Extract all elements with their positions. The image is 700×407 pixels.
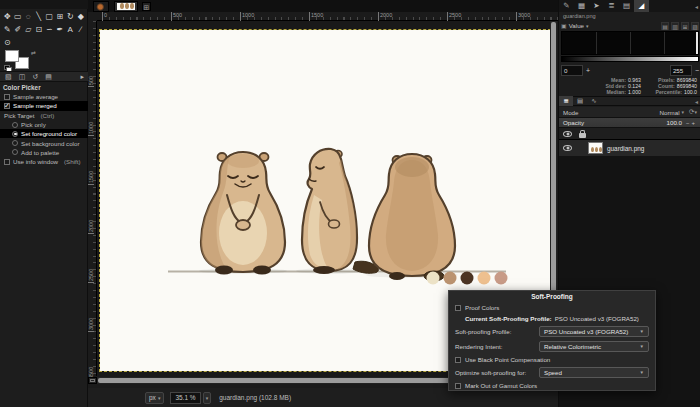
plus-icon[interactable]: +	[586, 67, 590, 74]
histogram-log-icon[interactable]: ▥	[671, 22, 679, 30]
gamut-checkbox[interactable]	[455, 383, 461, 389]
channel-select[interactable]: Value	[569, 22, 584, 29]
brushes-tab[interactable]: ✎	[559, 0, 574, 12]
prairie-dog-side	[302, 149, 378, 274]
move-tool[interactable]: ✥	[2, 10, 13, 23]
quick-mask-toggle[interactable]	[88, 377, 97, 384]
rectangle-select-tool[interactable]: ▭	[13, 10, 24, 23]
proof-colors-checkbox[interactable]	[455, 305, 461, 311]
option-label: Sample average	[13, 93, 58, 100]
radio-icon	[12, 131, 18, 137]
undo-history-tab[interactable]: ↺	[32, 73, 38, 81]
histogram-stat: Percentile:100.0	[649, 89, 697, 95]
clone-tool[interactable]: ⊡	[34, 23, 45, 36]
minus-icon[interactable]: −	[695, 67, 699, 74]
unit-dropdown[interactable]: px	[145, 392, 164, 404]
layers-tab[interactable]: ≣	[559, 96, 573, 106]
tab-list-icon[interactable]: ⊞	[142, 2, 151, 11]
tool-option-use-info-window[interactable]: Use info window(Shift)	[0, 157, 88, 166]
transform-tool[interactable]: ⊞	[55, 10, 66, 23]
zoom-dropdown[interactable]	[203, 392, 212, 404]
bucket-fill-tool[interactable]: ◆	[76, 10, 87, 23]
layer-opacity-slider[interactable]: Opacity 100.0 −+	[559, 118, 700, 128]
horizontal-ruler[interactable]: 050010001500200025003000	[97, 12, 558, 21]
patterns-tab[interactable]: ▦	[574, 0, 589, 12]
channels-tab[interactable]: ▤	[573, 96, 587, 106]
black-point-checkbox[interactable]	[455, 357, 461, 363]
rendering-intent-dropdown[interactable]: Relative Colorimetric	[539, 341, 649, 352]
paintbrush-tool[interactable]: ✐	[13, 23, 24, 36]
histogram-linear-icon[interactable]: ▤	[661, 22, 669, 30]
measure-tool[interactable]: ╲	[34, 10, 45, 23]
ruler-label: 2000	[378, 12, 392, 21]
histogram-options: ▤▥⊞▨	[661, 22, 699, 30]
histogram-low-input[interactable]: 0	[561, 65, 583, 76]
ruler-label: 3000	[88, 318, 94, 332]
crop-tool[interactable]: ▢	[44, 10, 55, 23]
layer-mode-row: Mode Normal ⟳	[559, 107, 700, 118]
foreground-color-swatch[interactable]	[5, 50, 19, 62]
color-picker-tool[interactable]: ∕	[76, 23, 87, 36]
text-tool[interactable]: A	[65, 23, 76, 36]
histogram-display[interactable]	[561, 31, 699, 55]
mode-label: Mode	[563, 109, 578, 116]
status-filename: guardian.png (102.8 MB)	[219, 394, 291, 401]
document-history-tab[interactable]: ≣	[604, 0, 619, 12]
image-tab-guardian[interactable]	[114, 1, 138, 12]
images-tab[interactable]: ▤	[45, 73, 52, 81]
histogram-expand-icon[interactable]: ⊞	[681, 22, 689, 30]
image-tab-other[interactable]	[93, 1, 109, 12]
tool-option-sample-average[interactable]: Sample average	[0, 92, 88, 101]
blend-space-switch-icon[interactable]: ⟳	[689, 108, 697, 116]
swap-colors-icon[interactable]: ⇄	[31, 49, 36, 56]
fg-bg-color-widget[interactable]: ⇄	[4, 50, 40, 72]
ruler-label: 0	[102, 12, 107, 21]
paths-tab[interactable]: ∿	[587, 96, 601, 106]
opacity-spin-buttons[interactable]: −+	[686, 120, 697, 126]
layer-row-guardian[interactable]: guardian.png	[559, 140, 700, 156]
histogram-range-row: 0 + 255 −	[561, 65, 699, 75]
lock-icon[interactable]	[579, 133, 586, 138]
tool-option-pick-target: Pick Target(Ctrl)	[0, 111, 88, 120]
current-profile-label: Current Soft-Proofing Profile:	[465, 315, 552, 322]
fonts-tab[interactable]: ➤	[589, 0, 604, 12]
visibility-eye-icon[interactable]	[563, 131, 572, 137]
smudge-tool[interactable]: ∽	[44, 23, 55, 36]
checkbox-icon	[4, 159, 10, 165]
histogram-stat: Median:1.000	[561, 89, 641, 95]
ruler-label: 1500	[88, 171, 94, 185]
eraser-tool[interactable]: ▱	[23, 23, 34, 36]
pencil-tool[interactable]: ✎	[2, 23, 13, 36]
tool-option-add-to-palette[interactable]: Add to palette	[0, 148, 88, 157]
tool-option-sample-merged[interactable]: Sample merged	[0, 101, 88, 110]
optimize-dropdown[interactable]: Speed	[539, 367, 649, 378]
device-status-tab[interactable]: ◫	[19, 73, 26, 81]
zoom-input[interactable]: 35.1 %	[170, 392, 200, 404]
histogram-channel-row: ▣ Value ▾ ▤▥⊞▨	[561, 21, 699, 30]
zoom-tool[interactable]: ⊙	[2, 36, 13, 49]
tool-option-set-background-color[interactable]: Set background color	[0, 138, 88, 147]
ruler-label: 2500	[447, 12, 461, 21]
option-label: Sample merged	[13, 102, 57, 109]
radio-icon	[12, 149, 18, 155]
prairie-dog-front	[201, 152, 285, 275]
histogram-tab[interactable]: ◢	[634, 0, 649, 12]
layers-dock-menu-icon[interactable]: ◂	[695, 98, 698, 105]
dock-menu-icon[interactable]: ◂	[695, 3, 698, 10]
toolbox-dock-menu-icon[interactable]: ▸	[80, 73, 84, 81]
histogram-menu-icon[interactable]: ▨	[691, 22, 699, 30]
histogram-image-name: guardian.png	[563, 13, 596, 19]
layer-visibility-eye-icon[interactable]	[563, 145, 572, 151]
tool-option-set-foreground-color[interactable]: Set foreground color	[0, 129, 88, 138]
free-select-tool[interactable]: ◌	[23, 10, 34, 23]
layer-name: guardian.png	[607, 145, 644, 152]
vertical-ruler[interactable]: 500100015002000250030003500	[88, 21, 97, 376]
buffers-tab[interactable]: ▤	[619, 0, 634, 12]
mode-dropdown[interactable]: Normal	[660, 109, 684, 116]
tool-options-tab[interactable]: ▧	[5, 73, 12, 81]
rotate-tool[interactable]: ↻	[65, 10, 76, 23]
tool-option-pick-only[interactable]: Pick only	[0, 120, 88, 129]
profile-dropdown[interactable]: PSO Uncoated v3 (FOGRA52)	[539, 326, 649, 337]
ink-tool[interactable]: ✒	[55, 23, 66, 36]
histogram-high-input[interactable]: 255	[670, 65, 692, 76]
